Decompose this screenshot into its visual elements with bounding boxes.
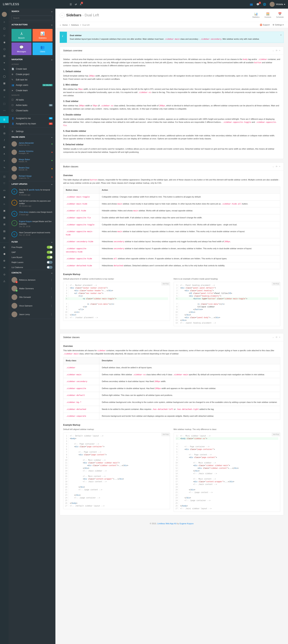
user-menu[interactable]: Victoria ▾ (270, 2, 285, 7)
breadcrumb-link[interactable]: Sidebars (71, 24, 79, 26)
icon-nav-item[interactable]: ○ (0, 93, 9, 100)
nav-item[interactable]: ☐Active tasks28 (9, 102, 55, 108)
avatar[interactable] (2, 12, 7, 17)
more-icon[interactable]: ⋮ (50, 304, 53, 307)
contact-row[interactable]: Otto Gerwald⋮ (9, 293, 55, 302)
nav-item[interactable]: ✎Edit task list (9, 77, 55, 82)
user-row[interactable]: Jeremy VictorinoDowagiac, MI. (9, 148, 55, 156)
toggle-switch[interactable] (47, 261, 53, 264)
support-link[interactable]: 🛟 Support (260, 24, 270, 26)
icon-nav-item[interactable]: ⚠ (0, 278, 9, 284)
header-action-stats[interactable]: 📊Statistics (252, 12, 260, 18)
icon-nav-item[interactable]: ▣ (0, 207, 9, 214)
people-icon[interactable]: 👥 (250, 3, 253, 6)
icon-nav-item[interactable]: ⊙ (0, 271, 9, 278)
icon-nav-item[interactable]: ▤ (0, 52, 9, 59)
icon-nav-item[interactable]: ☐ (0, 25, 9, 32)
settings-link[interactable]: ⚙ Settings ▾ (272, 24, 284, 26)
contact-row[interactable]: ✉Walter Sommers⋮ (9, 284, 55, 293)
icon-nav-item[interactable]: ⚙ (0, 257, 9, 264)
lang-icon[interactable]: 🌐 (263, 3, 266, 6)
icon-nav-item[interactable]: ♡ (0, 180, 9, 187)
brand[interactable]: LIMITLESS (3, 3, 19, 6)
tile-messages[interactable]: 💬Messages (12, 42, 32, 55)
header-action-schedule[interactable]: 📅Schedule (276, 12, 284, 18)
collapse-icon[interactable]: ⌄ (272, 49, 274, 52)
icon-nav-item[interactable]: ◉ (0, 39, 9, 46)
nav-item[interactable]: 👥Assign users94 ONLINE (9, 82, 55, 88)
icon-nav-item[interactable]: ▭ (0, 187, 9, 194)
icon-nav-item[interactable]: ⤴ (0, 137, 9, 144)
online-users-header[interactable]: ONLINE USERS⌄ (9, 134, 55, 140)
toggle-switch[interactable] (47, 266, 53, 269)
icon-nav-item[interactable]: ⏢ (0, 200, 9, 207)
icon-nav-item[interactable]: ◇ (0, 32, 9, 39)
icon-nav-item[interactable]: ∨ (0, 157, 9, 164)
user-row[interactable]: James AlexanderSanta Ana, CA. (9, 140, 55, 148)
icon-nav-item[interactable]: ⬡ (0, 46, 9, 52)
more-icon[interactable]: ⋮ (50, 313, 53, 316)
footer-author-link[interactable]: Eugene Kopyov (180, 522, 194, 524)
search-header[interactable]: SEARCH⌄ (9, 8, 55, 14)
toggle-switch[interactable] (47, 256, 53, 259)
close-icon[interactable]: × (280, 33, 282, 37)
icon-nav-item[interactable]: ◉ (0, 194, 9, 200)
header-action-invoices[interactable]: 🧮Invoices (265, 12, 271, 18)
icon-nav-item[interactable]: ≡ (0, 59, 9, 66)
more-icon[interactable]: ⋮ (50, 287, 53, 290)
tile-users[interactable]: 👥Users (33, 42, 53, 55)
icon-nav-item[interactable]: ∿ (0, 164, 9, 171)
close-icon[interactable]: × (279, 336, 280, 338)
contact-row[interactable]: Vince Satmann⋮ (9, 302, 55, 310)
icon-nav-item[interactable]: ⋯ (0, 107, 9, 114)
nav-item[interactable]: ➤Create team (9, 88, 55, 93)
nav-settings[interactable]: ⚙Settings (9, 129, 55, 134)
close-icon[interactable]: × (279, 165, 280, 168)
icon-nav-item[interactable]: ▦ (0, 214, 9, 221)
collapse-icon[interactable]: ⌄ (272, 336, 274, 338)
swap-icon[interactable]: ⇄ (75, 3, 77, 6)
reload-icon[interactable]: ⟳ (276, 336, 277, 338)
icon-nav-item[interactable]: ⊟ (0, 130, 9, 137)
icon-nav-item[interactable]: ◫ (0, 173, 9, 180)
collapse-icon[interactable]: ⌄ (272, 165, 274, 168)
icon-nav-item[interactable]: ⬚ (0, 100, 9, 107)
contact-row[interactable]: 8Rebecca Jameson⋮ (9, 276, 55, 284)
nav-item[interactable]: 📄Create task (9, 66, 55, 72)
breadcrumb-link[interactable]: Home (62, 24, 68, 26)
icon-nav-item[interactable]: ⬢ (0, 250, 9, 257)
icon-nav-item[interactable]: ▦ (0, 80, 9, 86)
user-row[interactable]: Margo BakerKasaan, AK. (9, 156, 55, 165)
reload-icon[interactable]: ⟳ (276, 165, 277, 168)
navigation-header[interactable]: NAVIGATION⌄ (9, 57, 55, 62)
back-icon[interactable]: ← (60, 13, 65, 18)
close-icon[interactable]: × (279, 49, 280, 52)
tile-statistics[interactable]: 📊Statistics (33, 29, 53, 42)
nav-item[interactable]: ☐Closed tasks (9, 108, 55, 113)
search-input[interactable] (12, 16, 53, 20)
user-row[interactable]: Richard VangoGrapevine, TX. (9, 173, 55, 181)
action-buttons-header[interactable]: ACTION BUTTONS⌄ (9, 22, 55, 28)
contacts-header[interactable]: CONTACTS⌄ (9, 270, 55, 276)
filter-header[interactable]: FILTER⌄ (9, 239, 55, 245)
icon-nav-item[interactable]: ✎ (0, 66, 9, 73)
more-icon[interactable]: ⋮ (50, 279, 53, 281)
tile-branch[interactable]: ⅄Branch (12, 29, 32, 42)
icon-nav-item[interactable]: ✉ (0, 264, 9, 271)
icon-nav-item[interactable]: ⊞ (0, 221, 9, 228)
icon-nav-item[interactable]: ◐ (0, 244, 9, 250)
contact-row[interactable]: Jason Leroy⋮ (9, 310, 55, 319)
icon-nav-active[interactable]: ☰ (0, 116, 9, 123)
chat-icon[interactable]: 💬2 (256, 3, 259, 6)
toggle-switch[interactable] (47, 251, 53, 254)
toggle-switch[interactable] (47, 246, 53, 249)
sidebar-toggle-icon[interactable]: ☰ (70, 3, 72, 6)
nav-item[interactable]: ☐All tasks (9, 97, 55, 102)
user-row[interactable]: Beatrix DiazNeenah, WI. (9, 165, 55, 173)
icon-nav-item[interactable]: ◯ (0, 73, 9, 80)
home-icon[interactable]: ⌂ (60, 24, 61, 26)
more-icon[interactable]: ⋮ (50, 296, 53, 298)
git-icon[interactable]: ⅄9 (80, 3, 81, 6)
icon-nav-item[interactable]: ⊞ (0, 86, 9, 93)
reload-icon[interactable]: ⟳ (276, 49, 277, 52)
